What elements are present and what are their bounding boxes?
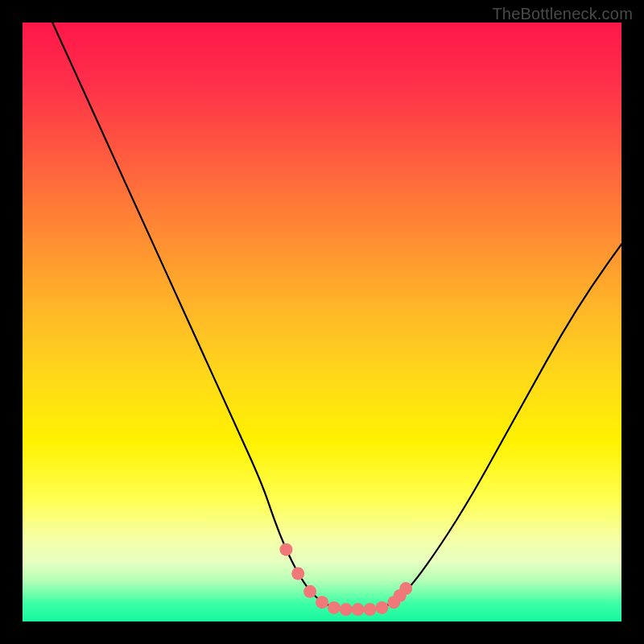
highlight-point (340, 603, 353, 616)
watermark-text: TheBottleneck.com (492, 5, 633, 23)
highlight-point (279, 543, 292, 556)
bottleneck-curve (52, 23, 621, 609)
highlight-point (375, 601, 388, 614)
highlight-point (291, 568, 304, 580)
curve-layer (23, 23, 621, 621)
highlight-point (352, 603, 365, 616)
highlight-point (328, 601, 341, 614)
highlight-markers (279, 543, 412, 616)
highlight-point (316, 596, 328, 609)
highlight-point (364, 603, 377, 616)
chart-frame: TheBottleneck.com (0, 0, 644, 644)
highlight-point (399, 582, 412, 595)
highlight-point (303, 585, 316, 598)
plot-area (23, 23, 621, 621)
